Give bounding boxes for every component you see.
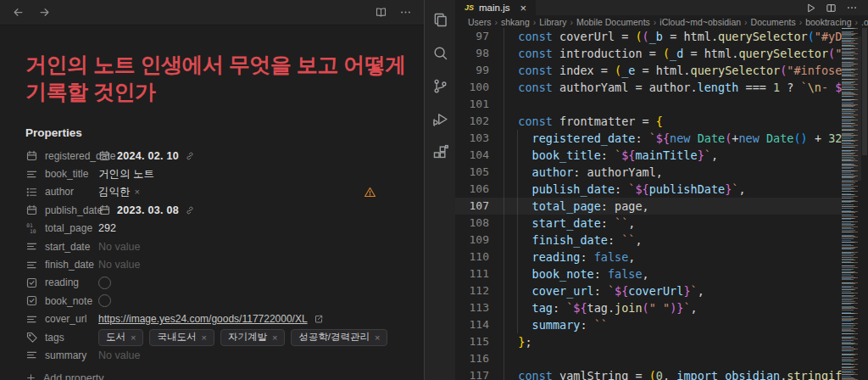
property-key[interactable]: cover_url — [25, 313, 98, 326]
code-line[interactable]: 101 — [455, 96, 842, 113]
property-value[interactable] — [98, 277, 400, 289]
code-line[interactable]: 116 — [455, 350, 842, 367]
list-item[interactable]: 김익한× — [98, 185, 140, 199]
more-actions-icon[interactable] — [846, 2, 858, 14]
empty-value[interactable]: No value — [98, 259, 140, 271]
property-key[interactable]: 0110total_page — [25, 222, 98, 235]
split-editor-icon[interactable] — [826, 3, 837, 14]
activity-files[interactable] — [430, 9, 450, 30]
empty-value[interactable]: No value — [98, 241, 140, 253]
property-value[interactable] — [98, 294, 400, 307]
code-line[interactable]: 112 cover_url: `${coverUrl}`, — [455, 282, 842, 299]
property-value[interactable]: 2023. 03. 08 — [98, 204, 400, 216]
text-value[interactable]: 거인의 노트 — [98, 167, 154, 182]
property-key[interactable]: registered_date — [25, 149, 98, 162]
property-value[interactable]: 김익한× — [98, 185, 400, 199]
external-link-icon[interactable] — [314, 314, 324, 324]
code-line[interactable]: 99 const index = (_e = html.querySelecto… — [455, 62, 842, 79]
code-line[interactable]: 105 author: authorYaml, — [455, 164, 842, 181]
code-area[interactable]: 97 const coverUrl = ((_b = html.querySel… — [455, 28, 842, 380]
property-row-book_title[interactable]: book_title거인의 노트 — [25, 165, 400, 182]
code-line[interactable]: 104 book_title: `${mainTitle}`, — [455, 147, 842, 164]
more-options-icon[interactable] — [399, 6, 412, 19]
tag-pill[interactable]: 도서× — [98, 329, 143, 346]
number-value[interactable]: 292 — [98, 222, 116, 234]
run-icon[interactable] — [805, 3, 816, 14]
property-value[interactable]: 거인의 노트 — [98, 167, 400, 182]
breadcrumb-item[interactable]: booktracing — [805, 17, 851, 27]
tag-pill[interactable]: 국내도서× — [149, 329, 214, 346]
property-row-total_page[interactable]: 0110total_page292 — [25, 220, 400, 238]
remove-icon[interactable]: × — [375, 332, 380, 343]
code-line[interactable]: 97 const coverUrl = ((_b = html.querySel… — [455, 28, 842, 45]
forward-arrow-icon[interactable] — [38, 6, 51, 19]
property-row-finish_date[interactable]: finish_dateNo value — [25, 255, 400, 273]
code-line[interactable]: 117 const yamlString = (0, import_obsidi… — [455, 367, 842, 380]
property-value[interactable]: No value — [98, 241, 400, 253]
close-icon[interactable]: × — [520, 3, 526, 14]
code-line[interactable]: 109 finish_date: ``, — [455, 232, 842, 249]
remove-icon[interactable]: × — [201, 332, 206, 343]
property-key[interactable]: start_date — [25, 240, 98, 253]
breadcrumb-item[interactable]: Library — [539, 17, 566, 27]
link-icon[interactable] — [185, 151, 195, 161]
remove-icon[interactable]: × — [272, 332, 277, 343]
breadcrumb-item[interactable]: shkang — [501, 17, 530, 27]
code-line[interactable]: 98 const introduction = (_d = html.query… — [455, 45, 842, 62]
code-line[interactable]: 115 }; — [455, 333, 842, 350]
tab-main-js[interactable]: JS main.js × — [455, 0, 536, 15]
property-key[interactable]: author — [25, 186, 98, 198]
back-arrow-icon[interactable] — [12, 6, 25, 19]
property-key[interactable]: publish_date — [25, 204, 98, 216]
tag-pill[interactable]: 성공학/경력관리× — [291, 329, 387, 346]
property-row-start_date[interactable]: start_dateNo value — [25, 238, 400, 255]
code-line[interactable]: 107 total_page: page, — [455, 198, 842, 215]
property-row-tags[interactable]: tags도서×국내도서×자기계발×성공학/경력관리× — [25, 328, 400, 346]
breadcrumb-item[interactable]: iCloud~md~obsidian — [659, 17, 741, 27]
breadcrumb-item[interactable]: .obsidian — [861, 17, 868, 27]
property-value[interactable]: 292 — [98, 222, 400, 234]
remove-icon[interactable]: × — [131, 332, 136, 343]
url-link[interactable]: https://image.yes24.com/goods/117722000/… — [98, 313, 308, 325]
property-row-author[interactable]: author김익한× — [25, 183, 400, 201]
properties-heading[interactable]: Properties — [25, 126, 400, 139]
activity-run-debug[interactable] — [430, 109, 450, 129]
code-line[interactable]: 113 tag: `${tag.join(" ")}`, — [455, 299, 842, 316]
property-row-cover_url[interactable]: cover_urlhttps://image.yes24.com/goods/1… — [25, 310, 400, 328]
property-value[interactable]: 도서×국내도서×자기계발×성공학/경력관리× — [98, 329, 400, 346]
link-icon[interactable] — [185, 205, 195, 215]
property-value[interactable]: No value — [98, 349, 400, 361]
minimap-slider[interactable] — [842, 36, 861, 181]
property-key[interactable]: book_title — [25, 168, 98, 181]
property-key[interactable]: summary — [25, 349, 98, 361]
property-value[interactable]: https://image.yes24.com/goods/117722000/… — [98, 313, 400, 325]
property-row-reading[interactable]: reading — [25, 274, 400, 292]
property-key[interactable]: finish_date — [25, 259, 98, 271]
breadcrumb-item[interactable]: Users — [468, 17, 491, 27]
scrollbar-thumb[interactable] — [862, 28, 867, 155]
property-value[interactable]: No value — [98, 259, 400, 271]
code-line[interactable]: 108 start_date: ``, — [455, 215, 842, 232]
property-key[interactable]: book_note — [25, 294, 98, 307]
toggle-checkbox[interactable] — [98, 277, 111, 289]
add-property-button[interactable]: Add property — [25, 372, 400, 380]
toggle-checkbox[interactable] — [98, 294, 111, 307]
breadcrumb-item[interactable]: Mobile Documents — [576, 17, 650, 27]
scrollbar[interactable] — [861, 28, 868, 380]
activity-source-control[interactable] — [430, 75, 450, 96]
activity-search[interactable] — [430, 42, 450, 63]
remove-icon[interactable]: × — [135, 187, 140, 197]
code-line[interactable]: 100 const authorYaml = author.length ===… — [455, 79, 842, 96]
minimap[interactable] — [842, 28, 861, 380]
property-key[interactable]: reading — [25, 277, 98, 289]
code-line[interactable]: 114 summary: `` — [455, 316, 842, 333]
date-value[interactable]: 2023. 03. 08 — [117, 204, 179, 216]
activity-extensions[interactable] — [430, 142, 450, 162]
property-row-book_note[interactable]: book_note — [25, 292, 400, 310]
breadcrumb-item[interactable]: Documents — [751, 17, 796, 27]
date-value[interactable]: 2024. 02. 10 — [117, 150, 179, 162]
code-line[interactable]: 102 const frontmatter = { — [455, 113, 842, 130]
property-key[interactable]: tags — [25, 331, 98, 344]
warning-icon[interactable] — [364, 186, 376, 198]
code-line[interactable]: 103 registered_date: `${new Date(+new Da… — [455, 130, 842, 147]
